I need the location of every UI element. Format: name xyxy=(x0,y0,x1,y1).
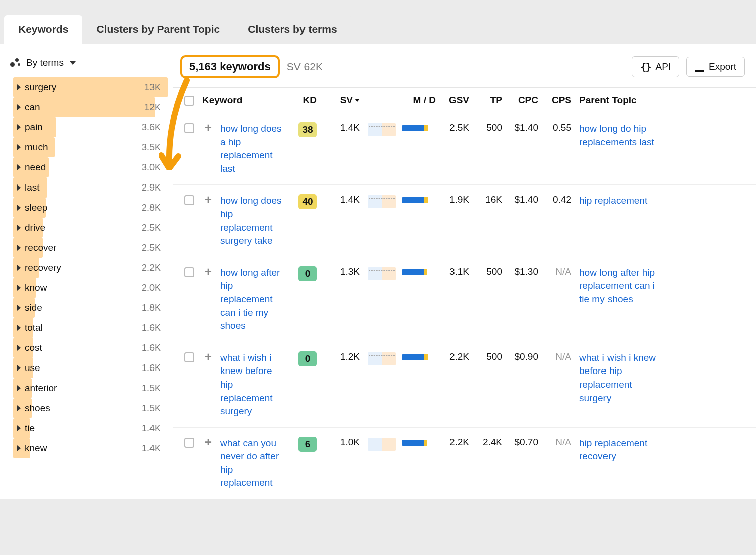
trend-sparkline xyxy=(368,438,396,451)
expand-icon xyxy=(17,144,21,150)
keyword-link[interactable]: how long does hip replacement surgery ta… xyxy=(220,195,282,246)
grouping-dropdown[interactable]: By terms xyxy=(0,53,173,77)
kd-badge: 0 xyxy=(298,351,317,366)
expand-row-button[interactable]: + xyxy=(202,266,214,278)
row-checkbox[interactable] xyxy=(184,438,194,448)
export-button[interactable]: Export xyxy=(686,57,745,77)
term-item[interactable]: need3.0K xyxy=(13,157,168,177)
cpc-value: $0.90 xyxy=(506,351,542,362)
col-md[interactable]: M / D xyxy=(398,95,440,106)
term-count: 13K xyxy=(144,82,168,93)
expand-icon xyxy=(17,84,21,90)
total-sv: SV 62K xyxy=(287,61,323,73)
parent-topic-link[interactable]: what i wish i knew before hip replacemen… xyxy=(579,352,656,403)
export-label: Export xyxy=(709,61,736,72)
term-label: knew xyxy=(25,443,47,454)
term-item[interactable]: cost1.6K xyxy=(13,338,168,358)
term-item[interactable]: surgery13K xyxy=(13,77,168,97)
parent-topic-link[interactable]: how long do hip replacements last xyxy=(579,123,654,147)
term-item[interactable]: use1.6K xyxy=(13,358,168,378)
term-count: 1.6K xyxy=(142,323,168,333)
expand-row-button[interactable]: + xyxy=(202,351,214,363)
term-label: tie xyxy=(25,423,35,434)
expand-row-button[interactable]: + xyxy=(202,122,214,134)
term-item[interactable]: recover2.5K xyxy=(13,238,168,258)
expand-icon xyxy=(17,365,21,371)
term-item[interactable]: last2.9K xyxy=(13,177,168,198)
row-checkbox[interactable] xyxy=(184,267,194,277)
term-item[interactable]: know2.0K xyxy=(13,278,168,298)
cpc-value: $1.40 xyxy=(506,122,542,133)
col-gsv[interactable]: GSV xyxy=(440,95,473,106)
col-tp[interactable]: TP xyxy=(473,95,506,106)
select-all-checkbox[interactable] xyxy=(184,96,194,106)
term-label: know xyxy=(25,282,47,293)
term-label: need xyxy=(25,162,46,173)
term-count: 1.6K xyxy=(142,343,168,353)
col-cps[interactable]: CPS xyxy=(542,95,575,106)
col-parent[interactable]: Parent Topic xyxy=(575,95,661,106)
term-label: can xyxy=(25,102,40,113)
table-row: +how long does a hip replacement last381… xyxy=(173,113,756,185)
cpc-value: $1.40 xyxy=(506,194,542,205)
col-kd[interactable]: KD xyxy=(291,95,321,106)
parent-topic-link[interactable]: hip replacement xyxy=(579,195,647,206)
sort-desc-icon xyxy=(355,99,360,102)
tp-value: 500 xyxy=(473,266,506,277)
term-item[interactable]: drive2.5K xyxy=(13,218,168,238)
keyword-link[interactable]: how long after hip replacement can i tie… xyxy=(220,267,280,331)
table-body: +how long does a hip replacement last381… xyxy=(173,113,756,499)
term-count: 1.5K xyxy=(142,383,168,394)
gsv-value: 3.1K xyxy=(440,266,473,277)
api-label: API xyxy=(655,61,671,72)
term-item[interactable]: knew1.4K xyxy=(13,438,168,458)
term-label: surgery xyxy=(25,82,56,93)
expand-row-button[interactable]: + xyxy=(202,194,214,206)
term-item[interactable]: can12K xyxy=(13,97,168,117)
term-item[interactable]: side1.8K xyxy=(13,298,168,318)
expand-row-button[interactable]: + xyxy=(202,437,214,449)
term-item[interactable]: total1.6K xyxy=(13,318,168,338)
term-item[interactable]: much3.5K xyxy=(13,137,168,157)
parent-topic-link[interactable]: hip replacement recovery xyxy=(579,438,647,462)
term-item[interactable]: tie1.4K xyxy=(13,418,168,438)
term-label: sleep xyxy=(25,202,47,213)
keyword-link[interactable]: what i wish i knew before hip replacemen… xyxy=(220,352,273,416)
row-checkbox[interactable] xyxy=(184,352,194,362)
trend-sparkline xyxy=(368,267,396,280)
term-count: 1.5K xyxy=(142,403,168,414)
term-label: anterior xyxy=(25,383,57,394)
tab-clusters-terms[interactable]: Clusters by terms xyxy=(234,15,351,44)
term-item[interactable]: anterior1.5K xyxy=(13,378,168,398)
keyword-link[interactable]: what can you never do after hip replacem… xyxy=(220,438,279,488)
expand-icon xyxy=(17,445,21,451)
expand-icon xyxy=(17,225,21,231)
term-item[interactable]: shoes1.5K xyxy=(13,398,168,418)
expand-icon xyxy=(17,124,21,130)
tab-clusters-parent[interactable]: Clusters by Parent Topic xyxy=(82,15,234,44)
term-item[interactable]: recovery2.2K xyxy=(13,258,168,278)
term-item[interactable]: sleep2.8K xyxy=(13,198,168,218)
trend-sparkline xyxy=(368,123,396,136)
term-item[interactable]: pain3.6K xyxy=(13,117,168,137)
row-checkbox[interactable] xyxy=(184,123,194,133)
trend-sparkline xyxy=(368,195,396,208)
sv-value: 1.2K xyxy=(321,351,364,362)
expand-icon xyxy=(17,265,21,271)
col-keyword[interactable]: Keyword xyxy=(198,95,291,106)
keyword-link[interactable]: how long does a hip replacement last xyxy=(220,123,282,174)
grouping-label: By terms xyxy=(26,57,64,68)
parent-topic-link[interactable]: how long after hip replacement can i tie… xyxy=(579,267,655,304)
row-checkbox[interactable] xyxy=(184,195,194,205)
col-cpc[interactable]: CPC xyxy=(506,95,542,106)
col-sv[interactable]: SV xyxy=(321,95,364,106)
sv-value: 1.3K xyxy=(321,266,364,277)
tab-keywords[interactable]: Keywords xyxy=(4,15,82,44)
term-count: 3.0K xyxy=(142,162,168,173)
api-button[interactable]: {} API xyxy=(632,56,679,77)
tp-value: 500 xyxy=(473,351,506,362)
cluster-icon xyxy=(10,58,21,67)
gsv-value: 2.5K xyxy=(440,122,473,133)
expand-icon xyxy=(17,285,21,291)
table-header: Keyword KD SV M / D GSV TP CPC CPS Paren… xyxy=(173,87,756,113)
